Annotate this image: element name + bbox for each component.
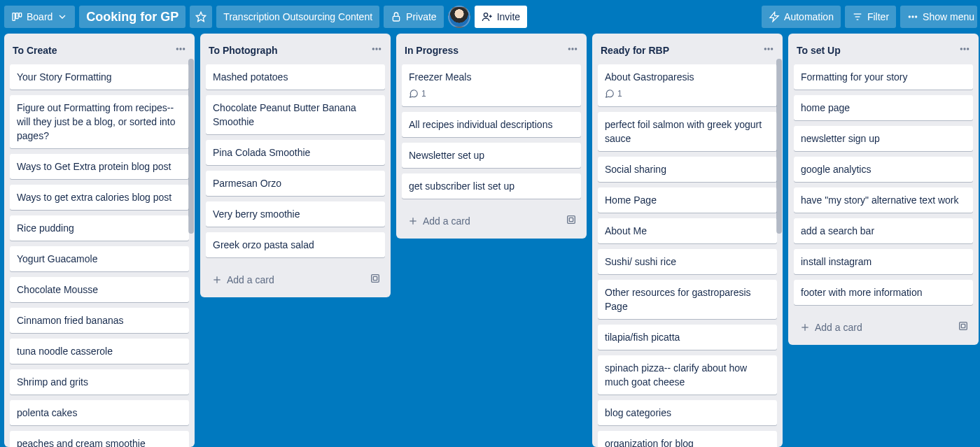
card-title: tuna noodle casserole [17,344,182,358]
lock-icon [391,11,402,22]
card-title: About Gastroparesis [605,70,770,84]
list-menu-button[interactable] [564,41,581,60]
list-title[interactable]: To set Up [797,45,841,56]
svg-rect-4 [393,16,399,21]
card[interactable]: home page [794,95,973,120]
card[interactable]: google analytics [794,157,973,182]
card[interactable]: perfect foil salmon with greek yogurt sa… [598,112,777,151]
plus-icon [211,274,223,285]
visibility-label: Private [406,11,437,22]
invite-label: Invite [497,11,520,22]
board-canvas: To CreateYour Story FormattingFigure out… [0,34,980,447]
invite-button[interactable]: Invite [475,6,527,28]
card[interactable]: Ways to Get Extra protein blog post [10,154,189,179]
card-badges: 1 [409,87,574,101]
add-card-label: Add a card [815,322,862,333]
card[interactable]: tilapia/fish picatta [598,325,777,350]
card[interactable]: newsletter sign up [794,126,973,151]
bolt-icon [769,11,780,22]
card[interactable]: Pina Colada Smoothie [206,140,385,165]
card[interactable]: organization for blog [598,431,777,447]
card[interactable]: get subscriber list set up [402,173,581,199]
workspace-button[interactable]: Transcription Outsourcing Content [216,6,379,28]
automation-button[interactable]: Automation [762,6,841,28]
card[interactable]: spinach pizza-- clarify about how much g… [598,355,777,395]
card[interactable]: have "my story" alternative text work [794,187,973,213]
add-card-button[interactable]: Add a card [206,270,365,290]
list: In ProgressFreezer Meals1All recipes ind… [396,34,587,239]
template-icon [958,320,969,332]
card[interactable]: About Gastroparesis1 [598,64,777,106]
star-button[interactable] [190,6,212,28]
card[interactable]: blog categories [598,400,777,425]
card-template-button[interactable] [561,210,581,232]
card[interactable]: Other resources for gastroparesis Page [598,280,777,319]
dots-icon [763,43,774,55]
board-title[interactable]: Cooking for GP [79,6,186,28]
card[interactable]: Parmesan Orzo [206,171,385,196]
list-menu-button[interactable] [368,41,385,60]
card[interactable]: peaches and cream smoothie [10,431,189,447]
list-menu-button[interactable] [760,41,777,60]
card-title: All recipes individual descriptions [409,118,574,132]
card[interactable]: Greek orzo pasta salad [206,232,385,257]
card[interactable]: Formatting for your story [794,64,973,90]
svg-point-27 [575,48,577,50]
card-title: newsletter sign up [801,132,966,146]
member-avatar[interactable] [448,6,470,28]
list-title[interactable]: In Progress [405,45,458,56]
svg-point-25 [568,48,570,50]
card-badges: 1 [605,87,770,101]
card-template-button[interactable] [365,269,385,290]
card-title: Very berry smoothie [213,207,378,221]
list-menu-button[interactable] [172,41,189,60]
card[interactable]: Home Page [598,187,777,213]
list-menu-button[interactable] [956,41,973,60]
card-title: Other resources for gastroparesis Page [605,285,770,313]
card[interactable]: Shrimp and grits [10,369,189,395]
card[interactable]: Very berry smoothie [206,201,385,227]
card[interactable]: About Me [598,218,777,243]
card[interactable]: Freezer Meals1 [402,64,581,106]
card[interactable]: Yogurt Guacamole [10,246,189,271]
list-title[interactable]: To Create [13,45,57,56]
card[interactable]: Cinnamon fried bananas [10,308,189,333]
add-card-button[interactable]: Add a card [402,211,561,231]
automation-label: Automation [784,11,834,22]
card[interactable]: Ways to get extra calories blog post [10,185,189,210]
list-title[interactable]: Ready for RBP [601,45,669,56]
card[interactable]: Social sharing [598,157,777,182]
view-switcher[interactable]: Board [4,6,75,28]
card[interactable]: footer with more information [794,280,973,305]
card[interactable]: Newsletter set up [402,143,581,168]
svg-point-37 [967,48,969,50]
list-title[interactable]: To Photograph [209,45,278,56]
card[interactable]: Chocolate Mousse [10,277,189,302]
card[interactable]: All recipes individual descriptions [402,112,581,137]
list: To set UpFormatting for your storyhome p… [788,34,979,345]
card[interactable]: Figure out Formatting from recipes-- wil… [10,95,189,148]
svg-rect-40 [960,322,967,330]
show-menu-button[interactable]: Show menu [900,6,977,28]
dots-icon [175,43,186,55]
card-title: Cinnamon fried bananas [17,313,182,327]
comment-count: 1 [421,87,426,101]
add-card-button[interactable]: Add a card [794,318,953,337]
card-template-button[interactable] [953,316,973,338]
card[interactable]: add a search bar [794,218,973,243]
dots-icon [371,43,382,55]
card[interactable]: Mashed potatoes [206,64,385,90]
svg-rect-30 [568,216,575,224]
card[interactable]: tuna noodle casserole [10,339,189,364]
card[interactable]: Rice pudding [10,215,189,241]
card[interactable]: Your Story Formatting [10,64,189,90]
card[interactable]: Sushi/ sushi rice [598,249,777,274]
svg-rect-24 [373,276,377,280]
card[interactable]: Chocolate Peanut Butter Banana Smoothie [206,95,385,134]
filter-label: Filter [867,11,889,22]
card[interactable]: install instagram [794,249,973,274]
svg-point-20 [379,48,381,50]
card[interactable]: polenta cakes [10,400,189,425]
visibility-button[interactable]: Private [384,6,444,28]
filter-button[interactable]: Filter [845,6,896,28]
